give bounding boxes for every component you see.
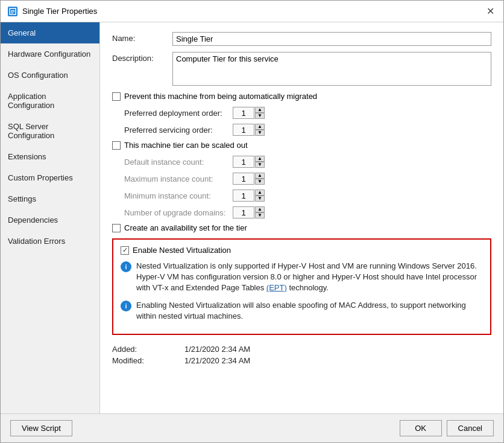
svg-rect-2 [11,11,14,12]
modified-row: Modified: 1/21/2020 2:34 AM [112,356,491,365]
max-instance-buttons: ▲ ▼ [255,173,265,185]
info-icon-2: i [121,301,131,311]
sidebar-item-hardware[interactable]: Hardware Configuration [1,43,99,65]
ok-button[interactable]: OK [400,420,442,436]
default-instance-buttons: ▲ ▼ [255,156,265,168]
dialog-footer: View Script OK Cancel [1,413,503,442]
deployment-order-up[interactable]: ▲ [255,107,265,113]
min-instance-up[interactable]: ▲ [255,190,265,196]
min-instance-spinner: ▲ ▼ [233,190,265,202]
name-row: Name: [112,32,491,46]
checkmark-icon: ✓ [122,246,128,254]
ept-link[interactable]: (EPT) [266,283,287,292]
sidebar-item-custom[interactable]: Custom Properties [1,167,99,188]
nested-virtualization-section: ✓ Enable Nested Virtualization i Nested … [112,238,491,335]
deployment-order-down[interactable]: ▼ [255,113,265,119]
svg-rect-1 [11,10,14,11]
sidebar-item-settings[interactable]: Settings [1,188,99,209]
availability-set-label: Create an availability set for the tier [124,223,247,232]
title-bar: Single Tier Properties ✕ [1,1,503,22]
footer-left: View Script [10,420,72,436]
servicing-order-spinner: ▲ ▼ [233,124,265,136]
dialog-icon [8,7,17,16]
modified-label: Modified: [112,356,184,365]
servicing-order-buttons: ▲ ▼ [255,124,265,136]
footer-right: OK Cancel [400,420,494,436]
max-instance-spinner: ▲ ▼ [233,173,265,185]
availability-set-checkbox[interactable] [112,224,121,232]
min-instance-buttons: ▲ ▼ [255,190,265,202]
max-instance-label: Maximum instance count: [124,174,233,183]
availability-set-row: Create an availability set for the tier [112,223,491,232]
sidebar-item-general[interactable]: General [1,22,99,43]
close-button[interactable]: ✕ [484,5,496,18]
title-bar-left: Single Tier Properties [8,7,97,16]
default-instance-label: Default instance count: [124,158,233,167]
sidebar: General Hardware Configuration OS Config… [1,22,100,413]
max-instance-input[interactable] [233,173,254,185]
sidebar-item-app[interactable]: Application Configuration [1,86,99,116]
min-instance-down[interactable]: ▼ [255,196,265,202]
upgrade-domains-row: Number of upgrade domains: ▲ ▼ [124,206,491,218]
default-instance-down[interactable]: ▼ [255,162,265,168]
upgrade-domains-buttons: ▲ ▼ [255,206,265,218]
sidebar-item-os[interactable]: OS Configuration [1,65,99,86]
dialog-title: Single Tier Properties [22,7,97,16]
servicing-order-up[interactable]: ▲ [255,124,265,130]
default-instance-spinner: ▲ ▼ [233,156,265,168]
min-instance-input[interactable] [233,190,254,202]
upgrade-domains-input[interactable] [233,206,254,218]
svg-rect-3 [11,13,13,13]
desc-label: Description: [112,52,172,63]
servicing-order-input[interactable] [233,124,254,136]
sidebar-item-sql[interactable]: SQL Server Configuration [1,116,99,146]
deployment-order-input[interactable] [233,107,254,119]
scale-out-checkbox[interactable] [112,141,121,150]
added-row: Added: 1/21/2020 2:34 AM [112,345,491,354]
info-block-1: i Nested Virtualization is only supporte… [121,261,483,294]
max-instance-down[interactable]: ▼ [255,179,265,185]
deployment-order-row: Preferred deployment order: ▲ ▼ [124,107,491,119]
min-instance-label: Minimum instance count: [124,191,233,200]
view-script-button[interactable]: View Script [10,420,72,436]
info-block-2: i Enabling Nested Virtualization will al… [121,300,483,322]
added-label: Added: [112,345,184,354]
modified-value: 1/21/2020 2:34 AM [184,356,250,365]
prevent-migrate-label: Prevent this machine from being automati… [124,92,317,101]
sidebar-item-validation[interactable]: Validation Errors [1,231,99,252]
desc-input[interactable]: Computer Tier for this service [172,52,491,86]
prevent-migrate-checkbox[interactable] [112,92,121,101]
enable-nested-checkbox[interactable]: ✓ [121,246,129,255]
enable-nested-label: Enable Nested Virtualization [133,246,231,255]
info-text-2: Enabling Nested Virtualization will also… [136,300,483,322]
upgrade-domains-up[interactable]: ▲ [255,206,265,212]
prevent-migrate-row: Prevent this machine from being automati… [112,92,491,101]
added-value: 1/21/2020 2:34 AM [184,345,250,354]
default-instance-input[interactable] [233,156,254,168]
servicing-order-label: Preferred servicing order: [124,126,233,135]
info-icon-1: i [121,261,131,272]
meta-section: Added: 1/21/2020 2:34 AM Modified: 1/21/… [112,345,491,365]
deployment-order-label: Preferred deployment order: [124,109,233,118]
scale-out-row: This machine tier can be scaled out [112,141,491,150]
servicing-order-down[interactable]: ▼ [255,130,265,136]
upgrade-domains-down[interactable]: ▼ [255,212,265,218]
scale-out-label: This machine tier can be scaled out [124,141,248,150]
name-input[interactable] [172,32,491,46]
deployment-order-spinner: ▲ ▼ [233,107,265,119]
main-content: Name: Description: Computer Tier for thi… [100,22,503,413]
max-instance-row: Maximum instance count: ▲ ▼ [124,173,491,185]
cancel-button[interactable]: Cancel [447,420,494,436]
deployment-order-buttons: ▲ ▼ [255,107,265,119]
dialog-window: Single Tier Properties ✕ General Hardwar… [0,0,504,443]
max-instance-up[interactable]: ▲ [255,173,265,179]
upgrade-domains-spinner: ▲ ▼ [233,206,265,218]
upgrade-domains-label: Number of upgrade domains: [124,208,233,217]
default-instance-up[interactable]: ▲ [255,156,265,162]
info-text-1: Nested Virtualization is only supported … [136,261,483,294]
sidebar-item-extensions[interactable]: Extensions [1,146,99,167]
dialog-body: General Hardware Configuration OS Config… [1,22,503,413]
sidebar-item-dependencies[interactable]: Dependencies [1,209,99,231]
desc-row: Description: Computer Tier for this serv… [112,52,491,86]
name-label: Name: [112,32,172,43]
